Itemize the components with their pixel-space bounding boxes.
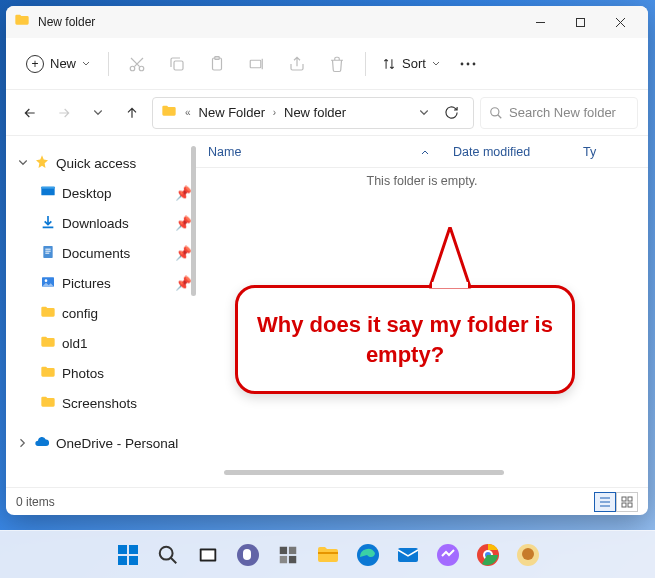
sidebar-item-screenshots[interactable]: Screenshots [14,388,196,418]
sort-button[interactable]: Sort [374,56,448,71]
up-button[interactable] [118,99,146,127]
sidebar-item-old1[interactable]: old1 [14,328,196,358]
svg-rect-30 [628,497,632,501]
svg-rect-39 [201,550,214,559]
chevron-down-icon[interactable] [419,108,429,118]
svg-rect-20 [43,246,52,258]
sort-icon [382,57,396,71]
svg-rect-44 [288,555,295,562]
breadcrumb-part[interactable]: New Folder › [199,105,276,120]
window-title: New folder [38,15,520,29]
sidebar-item-documents[interactable]: Documents 📌 [14,238,196,268]
paste-button[interactable] [197,46,237,82]
maximize-button[interactable] [560,7,600,37]
rename-button[interactable] [237,46,277,82]
start-button[interactable] [111,538,145,572]
messenger-button[interactable] [431,538,465,572]
chrome-button[interactable] [471,538,505,572]
edge-button[interactable] [351,538,385,572]
column-date[interactable]: Date modified [441,145,571,159]
svg-rect-31 [622,503,626,507]
annotation-callout: Why does it say my folder is empty? [235,285,575,394]
folder-icon [40,304,56,323]
app-button[interactable] [511,538,545,572]
explorer-window: New folder + New Sort « [6,6,648,515]
sidebar-item-quick-access[interactable]: Quick access [14,148,196,178]
svg-point-14 [460,62,463,65]
toolbar: + New Sort [6,38,648,90]
sidebar-item-pictures[interactable]: Pictures 📌 [14,268,196,298]
svg-rect-13 [250,60,261,68]
separator [365,52,366,76]
refresh-button[interactable] [437,105,465,120]
share-button[interactable] [277,46,317,82]
download-icon [40,214,56,233]
cut-button[interactable] [117,46,157,82]
status-bar: 0 items [6,487,648,515]
mail-button[interactable] [391,538,425,572]
details-view-button[interactable] [594,492,616,512]
sidebar-item-photos[interactable]: Photos [14,358,196,388]
sidebar-item-desktop[interactable]: Desktop 📌 [14,178,196,208]
svg-rect-36 [129,556,138,565]
new-button-label: New [50,56,76,71]
explorer-taskbar-button[interactable] [311,538,345,572]
column-name[interactable]: Name [196,145,441,159]
svg-rect-19 [41,186,54,188]
desktop-icon [40,184,56,203]
new-button[interactable]: + New [16,49,100,79]
document-icon [40,244,56,263]
icons-view-button[interactable] [616,492,638,512]
taskbar [0,530,655,578]
taskbar-search-button[interactable] [151,538,185,572]
close-button[interactable] [600,7,640,37]
folder-icon [40,394,56,413]
svg-point-53 [522,548,534,560]
breadcrumb-part[interactable]: New folder [284,105,346,120]
forward-button[interactable] [50,99,78,127]
pin-icon: 📌 [175,245,192,261]
search-box[interactable]: Search New folder [480,97,638,129]
sidebar-item-config[interactable]: config [14,298,196,328]
folder-icon [40,364,56,383]
search-icon [489,106,503,120]
address-bar[interactable]: « New Folder › New folder [152,97,474,129]
folder-icon [161,103,177,122]
chat-button[interactable] [231,538,265,572]
delete-button[interactable] [317,46,357,82]
recent-button[interactable] [84,99,112,127]
callout-text: Why does it say my folder is empty? [235,285,575,394]
svg-rect-32 [628,503,632,507]
plus-icon: + [26,55,44,73]
svg-rect-42 [288,546,295,553]
svg-rect-33 [118,545,127,554]
column-type[interactable]: Ty [571,145,648,159]
more-button[interactable] [448,46,488,82]
widgets-button[interactable] [271,538,305,572]
separator [108,52,109,76]
svg-point-37 [159,546,172,559]
callout-tail [420,227,480,297]
sidebar: Quick access Desktop 📌 Downloads 📌 Docum… [6,136,196,487]
svg-point-9 [139,66,144,71]
minimize-button[interactable] [520,7,560,37]
copy-button[interactable] [157,46,197,82]
search-placeholder: Search New folder [509,105,616,120]
svg-point-17 [491,107,499,115]
task-view-button[interactable] [191,538,225,572]
item-count: 0 items [16,495,55,509]
svg-rect-5 [576,18,584,26]
svg-point-15 [466,62,469,65]
column-headers: Name Date modified Ty [196,136,648,168]
chevron-down-icon [82,60,90,68]
svg-point-16 [472,62,475,65]
back-button[interactable] [16,99,44,127]
horizontal-scrollbar[interactable] [224,470,504,475]
sort-button-label: Sort [402,56,426,71]
sidebar-item-onedrive[interactable]: OneDrive - Personal [14,428,196,458]
empty-message: This folder is empty. [196,168,648,188]
chevron-down-icon [18,158,28,168]
sidebar-item-downloads[interactable]: Downloads 📌 [14,208,196,238]
svg-rect-10 [174,61,183,70]
titlebar[interactable]: New folder [6,6,648,38]
